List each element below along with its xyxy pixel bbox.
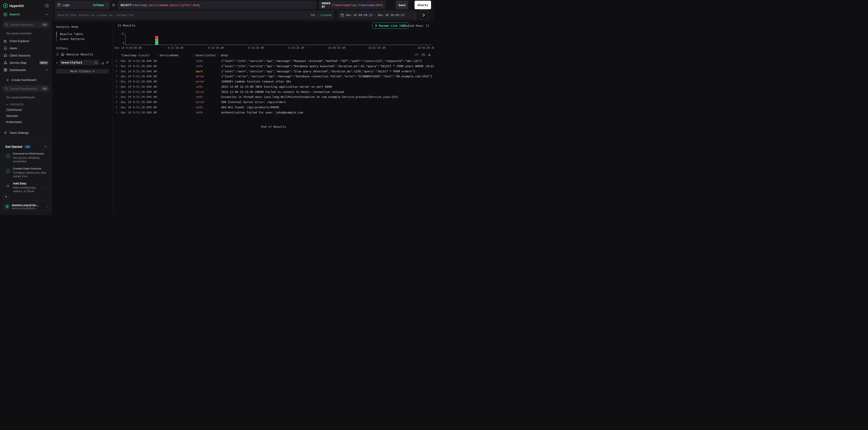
get-started-title: Get Started [5, 145, 22, 148]
orderby-field2: Timestamp [358, 3, 374, 7]
select-clause-input[interactable]: SELECT Timestamp ,ServiceName,SeverityTe… [118, 1, 316, 9]
table-row[interactable]: ❯ | Dec 10 9:51:30.000 AM info {"level":… [113, 64, 434, 69]
bar-segment-warn[interactable] [155, 39, 158, 40]
run-query-button[interactable] [419, 11, 428, 20]
alerts-button[interactable]: Alerts [414, 1, 431, 9]
x-tick-label: 9:52:30 AM [156, 46, 195, 49]
source-selector[interactable]: Logs Schema [55, 1, 110, 9]
sidebar-item-alerts[interactable]: Alerts [0, 44, 52, 52]
step-title: Create Data Sources [13, 167, 41, 170]
sidebar-item-service-map[interactable]: Service Map BETA [0, 59, 52, 66]
table-row[interactable]: ❯ | Dec 10 9:51:30.000 AM info Authentic… [113, 110, 434, 115]
expand-row-icon[interactable]: ❯ [116, 75, 117, 77]
table-row[interactable]: ❯ | Dec 10 9:51:30.000 AM info 2025-12-0… [113, 84, 434, 90]
save-button[interactable]: Save [396, 1, 408, 9]
bar-chart-icon[interactable] [101, 61, 104, 64]
expand-row-icon[interactable]: ❯ [116, 59, 117, 62]
expand-row-icon[interactable]: ❯ [116, 64, 117, 67]
preset-services[interactable]: Services [0, 113, 52, 119]
get-started-step-connect[interactable]: Connect to ClickHouse Set up your databa… [2, 150, 50, 165]
wrap-lines-icon[interactable] [422, 53, 425, 56]
expand-row-icon[interactable]: ❯ [116, 111, 117, 114]
tab-results-table[interactable]: Results Table [57, 32, 109, 37]
plus-icon [6, 79, 9, 81]
filters-label: Filters [56, 46, 109, 50]
table-row[interactable]: ❯ | Dec 10 9:51:30.000 AM warn {"level":… [113, 69, 434, 74]
pin-icon[interactable] [105, 61, 109, 64]
language-toggle-sql[interactable]: SQL [311, 13, 316, 17]
sidebar-item-search[interactable]: Search [0, 10, 52, 20]
expand-row-icon[interactable]: ❯ [116, 80, 117, 83]
table-row[interactable]: ❯ | Dec 10 9:51:30.000 AM error {"level"… [113, 74, 434, 79]
analysis-mode-label: Analysis Mode [56, 25, 109, 29]
source-settings-gear-icon[interactable] [112, 3, 116, 7]
expand-filter-icon[interactable]: ❯ [56, 61, 58, 64]
download-icon[interactable] [428, 53, 431, 56]
col-servicename[interactable]: ServiceName [160, 54, 179, 57]
schema-toggle[interactable]: Schema [93, 3, 104, 7]
bar-segment-error[interactable] [155, 36, 158, 39]
more-filters-button[interactable]: More filters [56, 69, 109, 74]
code-view-icon[interactable]: </> [414, 53, 418, 56]
table-row[interactable]: ❯ | Dec 10 9:51:30.000 AM info Exception… [113, 95, 434, 100]
get-started-header[interactable]: Get Started 2/3 [2, 142, 50, 150]
saved-searches-input[interactable]: Saved Searches ⌘K [2, 21, 50, 28]
table-row[interactable]: ❯ | Dec 10 9:51:30.000 AM error 500 Inte… [113, 100, 434, 105]
table-row[interactable]: ❯ | Dec 10 9:51:30.000 AM error 2025-12-… [113, 90, 434, 95]
denoise-results-toggle[interactable]: Denoise Results [56, 53, 109, 56]
row-severity: error [196, 100, 205, 104]
drag-handle-icon[interactable]: ⋮⋮ [191, 54, 195, 57]
sidebar-item-team-settings[interactable]: Team Settings [0, 129, 52, 136]
create-dashboard-button[interactable]: Create Dashboard [0, 76, 52, 84]
date-range-value: Dec 10 09:50:13 - Dec 10 10:05:13 [346, 13, 404, 17]
search-grid-icon [4, 13, 7, 16]
col-severitytext[interactable]: SeverityText [195, 54, 216, 57]
expand-row-icon[interactable]: ❯ [116, 95, 117, 98]
expand-row-icon[interactable]: ❯ [116, 85, 117, 88]
table-row[interactable]: ❯ | Dec 10 9:51:30.000 AM info {"level":… [113, 59, 434, 64]
collapse-sidebar-icon[interactable] [45, 4, 49, 7]
col-body[interactable]: Body [221, 54, 228, 57]
chevron-up-icon [45, 69, 48, 71]
no-saved-dashboards-note: No saved dashboards [0, 94, 52, 101]
denoise-icon [61, 53, 64, 56]
drag-handle-icon[interactable]: ⋮⋮ [156, 54, 159, 57]
date-range-picker[interactable]: Dec 10 09:50:13 - Dec 10 10:05:13 [337, 11, 416, 20]
preset-clickhouse[interactable]: ClickHouse [0, 107, 52, 113]
user-name: dominic.tran@clic... [12, 204, 45, 207]
presets-header[interactable]: PRESETS [0, 101, 52, 107]
chevron-up-icon [44, 146, 47, 147]
drag-handle-icon[interactable]: ⋮⋮ [217, 54, 221, 57]
expand-row-icon[interactable]: ❯ [116, 70, 117, 73]
language-toggle-lucene[interactable]: Lucene [321, 13, 331, 17]
expand-row-icon[interactable]: ❯ [116, 90, 117, 93]
preset-kubernetes[interactable]: Kubernetes [0, 119, 52, 125]
severity-filter-field[interactable]: SeverityText [59, 60, 99, 65]
bar-segment-info[interactable] [155, 40, 158, 45]
row-timestamp: Dec 10 9:51:30.000 AM [121, 75, 157, 78]
shortcut-badge: ⌘K [41, 23, 48, 27]
get-started-step-add-data[interactable]: 3 Add Data Start sending logs, metrics, … [2, 180, 50, 195]
sidebar-item-chart-explorer[interactable]: Chart Explorer [0, 37, 52, 44]
sidebar-item-dashboards[interactable]: Dashboards [0, 66, 52, 73]
y-axis-line [125, 34, 126, 45]
chevron-right-icon: › [47, 205, 48, 208]
tab-event-patterns[interactable]: Event Patterns [57, 37, 109, 42]
table-row[interactable]: ❯ | Dec 10 9:51:30.000 AM info 404 Not F… [113, 105, 434, 110]
saved-dashboards-input[interactable]: Saved Dashboards ⌘K [2, 85, 50, 92]
user-account-button[interactable]: D dominic.tran@clic... dominic.tran@clic… [2, 202, 50, 211]
expand-row-icon[interactable]: ❯ [116, 106, 117, 108]
sidebar-item-client-sessions[interactable]: Client Sessions [0, 52, 52, 59]
denoise-checkbox[interactable] [56, 53, 59, 56]
row-timestamp: Dec 10 9:51:30.000 AM [121, 85, 157, 89]
search-placeholder: Search your events w/ Lucene ex. column:… [58, 13, 311, 17]
order-by-input[interactable]: ORDER BY ( TimestampTime , Timestamp ) D… [319, 1, 385, 9]
help-button[interactable]: ? [3, 194, 9, 200]
orderby-comma: , [356, 3, 358, 7]
event-search-input[interactable]: Search your events w/ Lucene ex. column:… [55, 11, 334, 20]
get-started-step-sources[interactable]: Create Data Sources Configure where your… [2, 165, 50, 180]
expand-row-icon[interactable]: ❯ [116, 100, 117, 103]
presets-label: PRESETS [10, 103, 24, 106]
table-row[interactable]: ❯ | Dec 10 9:51:30.000 AM error [ERROR] … [113, 79, 434, 84]
col-timestamp[interactable]: Timestamp (Local) [121, 54, 150, 57]
